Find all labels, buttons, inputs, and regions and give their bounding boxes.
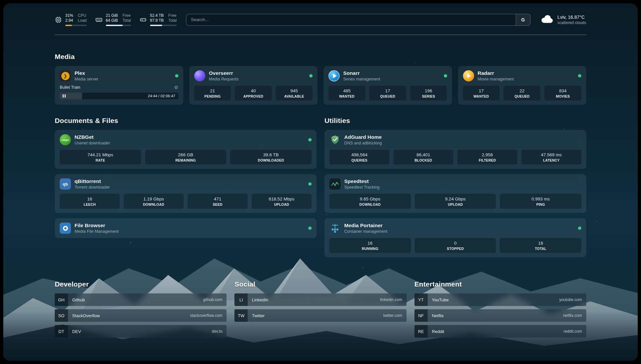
stat-queued: 17 QUEUED (369, 86, 406, 101)
service-card-nzbget[interactable]: nzbget NZBGet Usenet downloader 744.21 M… (55, 130, 317, 169)
bookmark-twitter[interactable]: TW Twitter twitter.com (234, 309, 406, 322)
stat-available: 945 AVAILABLE (276, 86, 313, 101)
section-title-documents: Documents & Files (55, 117, 317, 125)
top-bar: 31% 2.94 CPU Load (55, 3, 586, 26)
bookmark-abbr: YT (414, 293, 428, 306)
bookmark-name: Netflix (432, 313, 444, 318)
service-subtitle: Media File Management (75, 229, 119, 234)
qbittorrent-icon: qb (60, 178, 71, 190)
bookmark-name: Twitter (252, 313, 264, 318)
stat-seed: 471 SEED (188, 194, 248, 209)
bookmark-name: YouTube (432, 297, 449, 302)
resource-widgets: 31% 2.94 CPU Load (55, 13, 177, 26)
bookmark-abbr: TW (234, 309, 248, 322)
stat-upload: 618.52 Mbps UPLOAD (252, 194, 312, 209)
service-card-overseerr[interactable]: Overseerr Media Requests 21 PENDING 40 A… (189, 66, 318, 105)
stat-blocked: 86,401 BLOCKED (393, 150, 453, 165)
disk-progress-bar (150, 25, 177, 26)
filebrowser-icon (60, 223, 71, 234)
bookmark-abbr: NF (414, 309, 428, 322)
stat-download: 1.19 Gbps DOWNLOAD (124, 194, 184, 209)
status-dot (308, 227, 312, 230)
stat-running: 16 RUNNING (329, 238, 411, 253)
speedtest-icon (329, 178, 341, 190)
bookmark-url: youtube.com (559, 297, 582, 302)
bookmark-url: netflix.com (563, 313, 582, 318)
bookmark-abbr: LI (234, 293, 248, 306)
service-card-adguard[interactable]: AdGuard Home DNS and adblocking 498,564 … (324, 130, 586, 169)
stat-approved: 40 APPROVED (235, 86, 272, 101)
service-card-qbittorrent[interactable]: qb qBittorrent Torrent downloader 16 LEE… (55, 174, 317, 213)
stat-queued: 22 QUEUED (504, 86, 540, 101)
service-card-speedtest[interactable]: Speedtest Speedtest Tracking 9.65 Gbps D… (324, 174, 586, 213)
section-title-developer: Developer (55, 280, 227, 288)
playback-progress-bar[interactable]: 24:44 / 02:06:47 (60, 93, 178, 99)
weather-widget[interactable]: Lviv, 16.87°C scattered clouds (540, 14, 586, 25)
memory-progress-bar (106, 25, 131, 26)
section-documents: Documents & Files nzbget NZBGet Usenet d… (55, 117, 317, 243)
service-card-portainer[interactable]: Media Portainer Container management 16 … (324, 218, 586, 257)
disk-free-value: 52.4 TB (150, 13, 164, 18)
bookmark-youtube[interactable]: YT YouTube youtube.com (414, 293, 586, 306)
cpu-label-bottom: Load (78, 18, 87, 23)
plex-icon: ❯ (60, 70, 71, 81)
snow-specks (3, 3, 4, 4)
bookmark-reddit[interactable]: RE Reddit reddit.com (414, 325, 586, 338)
memory-widget: 21 GiB 64 GiB Free Total (95, 13, 131, 26)
topbar-divider (55, 35, 586, 35)
bookmark-name: Github (72, 297, 85, 302)
bookmark-name: DEV (72, 329, 81, 334)
nzbget-icon: nzbget (60, 134, 71, 145)
section-title-media: Media (55, 53, 586, 61)
disk-label-total: Total (168, 18, 177, 23)
cpu-label-top: CPU (78, 13, 87, 18)
bookmark-name: Reddit (432, 329, 444, 334)
search-input[interactable] (186, 14, 516, 25)
status-dot (309, 74, 313, 77)
stat-ping: 0.993 ms PING (500, 194, 581, 209)
pause-icon[interactable] (63, 94, 66, 98)
section-title-utilities: Utilities (324, 117, 586, 125)
gear-icon[interactable]: ⚙ (174, 85, 178, 90)
radarr-icon (463, 70, 474, 81)
bookmark-github[interactable]: GH Github github.com (55, 293, 227, 306)
service-subtitle: Media server (75, 77, 98, 81)
bookmark-stackoverflow[interactable]: SO StackOverflow stackoverflow.com (55, 309, 227, 322)
adguard-icon (329, 134, 341, 145)
service-subtitle: Torrent downloader (75, 185, 110, 190)
service-name: Radarr (478, 70, 514, 76)
bookmark-url: stackoverflow.com (190, 313, 222, 318)
memory-icon (95, 16, 103, 23)
service-name: qBittorrent (75, 178, 110, 184)
bookmark-abbr: GH (55, 293, 68, 306)
bookmark-abbr: SO (55, 309, 68, 322)
service-name: Media Portainer (344, 223, 387, 228)
service-card-radarr[interactable]: Radarr Movie management 17 WANTED 22 QUE… (458, 66, 587, 105)
stat-total: 16 TOTAL (500, 238, 581, 253)
bookmark-dev[interactable]: DT DEV dev.to (55, 325, 227, 338)
bookmark-netflix[interactable]: NF Netflix netflix.com (414, 309, 586, 322)
cpu-progress-bar (65, 25, 87, 26)
service-name: AdGuard Home (344, 134, 382, 140)
disk-label-free: Free (168, 13, 177, 18)
stat-download: 9.65 Gbps DOWNLOAD (329, 194, 411, 209)
search-provider-button[interactable]: G (516, 14, 530, 25)
service-name: Plex (75, 70, 98, 76)
service-card-plex[interactable]: ❯ Plex Media server Bullet Train ⚙ (55, 66, 183, 105)
stat-filtered: 2,956 FILTERED (457, 150, 517, 165)
status-dot (578, 74, 581, 77)
service-card-filebrowser[interactable]: File Browser Media File Management (55, 218, 317, 238)
status-dot (308, 182, 312, 186)
stat-series: 196 SERIES (410, 86, 447, 101)
disk-total-value: 97.9 TB (150, 18, 164, 23)
bookmark-abbr: DT (55, 325, 68, 338)
service-name: Speedtest (344, 178, 380, 184)
bookmark-linkedin[interactable]: LI LinkedIn linkedin.com (234, 293, 406, 306)
service-card-sonarr[interactable]: Sonarr Series management 485 WANTED 17 Q… (323, 66, 452, 105)
bookmark-name: StackOverflow (72, 313, 100, 318)
weather-location: Lviv, 16.87°C (558, 15, 586, 20)
service-subtitle: Container management (344, 229, 387, 234)
status-dot (175, 74, 178, 77)
section-media: Media ❯ Plex Media server Bulle (55, 53, 586, 105)
stat-pending: 21 PENDING (194, 86, 231, 101)
